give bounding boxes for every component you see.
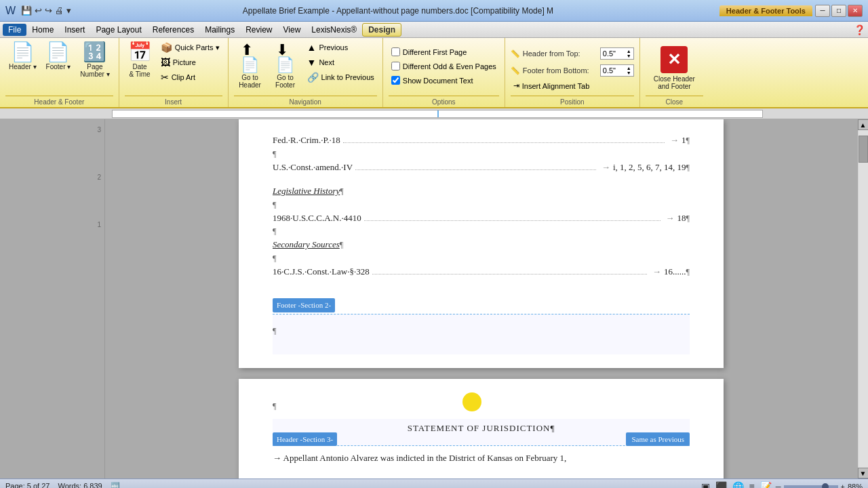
header-from-top-input[interactable]: 0.5" ▲ ▼ (600, 47, 634, 60)
footer-pilcrow: ¶ (273, 325, 276, 337)
spinner-down2[interactable]: ▼ (627, 70, 631, 75)
dropdown-icon[interactable]: ▾ (66, 5, 71, 16)
zoom-thumb[interactable] (822, 483, 829, 489)
header-top-spinner[interactable]: ▲ ▼ (627, 49, 631, 58)
picture-button[interactable]: 🖼 Picture (158, 56, 222, 69)
doc-line-5: Legislative History ¶ (273, 184, 690, 198)
scroll-down-button[interactable]: ▼ (858, 468, 869, 479)
view-outline[interactable]: ≡ (748, 481, 756, 489)
doc-line-7: 1968·U.S.C.C.A.N.·4410 → 18 ¶ (273, 211, 690, 225)
jurisdiction-body-text: → Appellant Antonio Alvarez was indicted… (273, 446, 690, 472)
zoom-out-button[interactable]: ─ (776, 483, 781, 489)
cursor-highlight (462, 392, 481, 411)
different-odd-even-input[interactable] (391, 62, 400, 70)
different-odd-even-checkbox[interactable]: Different Odd & Even Pages (389, 60, 499, 72)
close-header-footer-button[interactable]: ✕ Close Headerand Footer (648, 43, 701, 93)
menu-file[interactable]: File (3, 24, 26, 36)
pilcrow-8: ¶ (273, 225, 276, 237)
zoom-in-button[interactable]: + (841, 483, 845, 489)
page-bottom: ¶ STATEMENT OF JURISDICTION¶ Header -Sec… (239, 379, 724, 479)
header-from-top-label: Header from Top: (523, 49, 597, 58)
print-icon[interactable]: 🖨 (55, 5, 64, 16)
ruler (0, 108, 868, 119)
status-right: ▣ ⬛ 🌐 ≡ 📝 ─ + 88% (700, 481, 863, 489)
body-pilcrow: ¶ (273, 401, 276, 411)
zoom-slider[interactable] (784, 485, 838, 488)
view-full-screen[interactable]: ⬛ (714, 481, 728, 489)
go-to-header-button[interactable]: ⬆📄 Go toHeader (234, 41, 267, 91)
link-to-previous-button[interactable]: 🔗 Link to Previous (304, 70, 377, 84)
maximize-button[interactable]: □ (831, 5, 846, 17)
footer-bottom-spinner[interactable]: ▲ ▼ (627, 66, 631, 75)
spinner-up[interactable]: ▲ (627, 49, 631, 54)
footer-from-bottom-input[interactable]: 0.5" ▲ ▼ (600, 64, 634, 77)
page-gap (105, 373, 857, 379)
previous-button[interactable]: ▲ Previous (304, 41, 377, 54)
show-document-text-label: Show Document Text (403, 77, 473, 85)
pilcrow-3: ¶ (686, 161, 690, 174)
scroll-thumb[interactable] (859, 136, 868, 163)
menu-right-controls: ❓ (854, 24, 865, 35)
leg-history-heading: Legislative History (273, 184, 340, 198)
body-text-content: → Appellant Antonio Alvarez was indicted… (273, 453, 566, 463)
date-time-button[interactable]: 📅 Date& Time (125, 41, 155, 80)
view-web-layout[interactable]: 🌐 (731, 481, 745, 489)
view-print-layout[interactable]: ▣ (700, 481, 711, 489)
minimize-button[interactable]: ─ (815, 5, 830, 17)
footer-button[interactable]: 📄 Footer ▾ (43, 41, 75, 73)
show-document-text-input[interactable] (391, 76, 400, 85)
picture-icon: 🖼 (161, 57, 170, 68)
ribbon-nav-buttons: ⬆📄 Go toHeader ⬇📄 Go toFooter ▲ Previous… (234, 41, 377, 96)
menu-page-layout[interactable]: Page Layout (90, 24, 146, 36)
footer-section-2[interactable]: ¶ (273, 314, 690, 354)
page-bottom-content: ¶ STATEMENT OF JURISDICTION¶ Header -Sec… (273, 392, 690, 472)
help-icon[interactable]: ❓ (854, 24, 865, 35)
ribbon-group-navigation: ⬆📄 Go toHeader ⬇📄 Go toFooter ▲ Previous… (229, 38, 383, 107)
menu-references[interactable]: References (147, 24, 199, 36)
close-button[interactable]: ✕ (848, 5, 863, 17)
page-number-button[interactable]: 🔢 PageNumber ▾ (77, 41, 113, 80)
scroll-up-button[interactable]: ▲ (858, 119, 869, 130)
save-icon[interactable]: 💾 (21, 5, 32, 16)
go-to-footer-button[interactable]: ⬇📄 Go toFooter (269, 41, 302, 91)
vertical-scrollbar[interactable]: ▲ ▼ (857, 119, 868, 479)
quick-parts-button[interactable]: 📦 Quick Parts ▾ (158, 41, 222, 54)
menu-view[interactable]: View (278, 24, 307, 36)
spinner-down[interactable]: ▼ (627, 54, 631, 58)
pilcrow-11: ¶ (686, 266, 690, 278)
different-first-page-input[interactable] (391, 47, 400, 56)
insert-alignment-tab-button[interactable]: ⇥ Insert Alignment Tab (511, 80, 634, 92)
header-button[interactable]: 📄 Header ▾ (5, 41, 40, 73)
margin-num-3: 3 (97, 126, 101, 134)
menu-lexisnexis[interactable]: LexisNexis® (306, 24, 362, 36)
document-content[interactable]: Fed.·R.·Crim.·P.·18 → 1 ¶ ¶ U.S.·Const.·… (105, 119, 857, 479)
close-group-label: Close (646, 96, 703, 106)
scroll-track[interactable] (859, 130, 868, 468)
pilcrow-6: ¶ (273, 199, 276, 211)
different-first-page-checkbox[interactable]: Different First Page (389, 46, 470, 58)
position-group-label: Position (511, 96, 634, 106)
same-as-previous-badge: Same as Previous (626, 432, 690, 447)
hf-group-label: Header & Footer (5, 96, 113, 106)
ribbon: 📄 Header ▾ 📄 Footer ▾ 🔢 PageNumber ▾ Hea… (0, 38, 868, 108)
doc-line-6: ¶ (273, 199, 690, 211)
next-button[interactable]: ▼ Next (304, 56, 377, 69)
menu-bar: File Home Insert Page Layout References … (0, 22, 868, 38)
title-bar: W 💾 ↩ ↪ 🖨 ▾ Appellate Brief Example - Ap… (0, 0, 868, 22)
clip-art-button[interactable]: ✂ Clip Art (158, 70, 222, 84)
redo-icon[interactable]: ↪ (45, 5, 52, 16)
menu-review[interactable]: Review (240, 24, 277, 36)
header-section-3[interactable]: STATEMENT OF JURISDICTION¶ Header -Secti… (273, 419, 690, 446)
show-document-text-checkbox[interactable]: Show Document Text (389, 75, 476, 86)
window-controls: ─ □ ✕ (815, 5, 863, 17)
spinner-up2[interactable]: ▲ (627, 66, 631, 70)
link-to-previous-label: Link to Previous (321, 73, 374, 81)
view-draft[interactable]: 📝 (759, 481, 773, 489)
undo-icon[interactable]: ↩ (35, 5, 42, 16)
menu-design[interactable]: Design (362, 23, 401, 37)
status-left: Page: 5 of 27 Words: 6,839 🔤 (5, 482, 120, 488)
menu-mailings[interactable]: Mailings (199, 24, 240, 36)
menu-insert[interactable]: Insert (59, 24, 90, 36)
menu-home[interactable]: Home (26, 24, 59, 36)
line-text-11: 16·C.J.S.·Const.·Law·§·328 (273, 265, 370, 279)
